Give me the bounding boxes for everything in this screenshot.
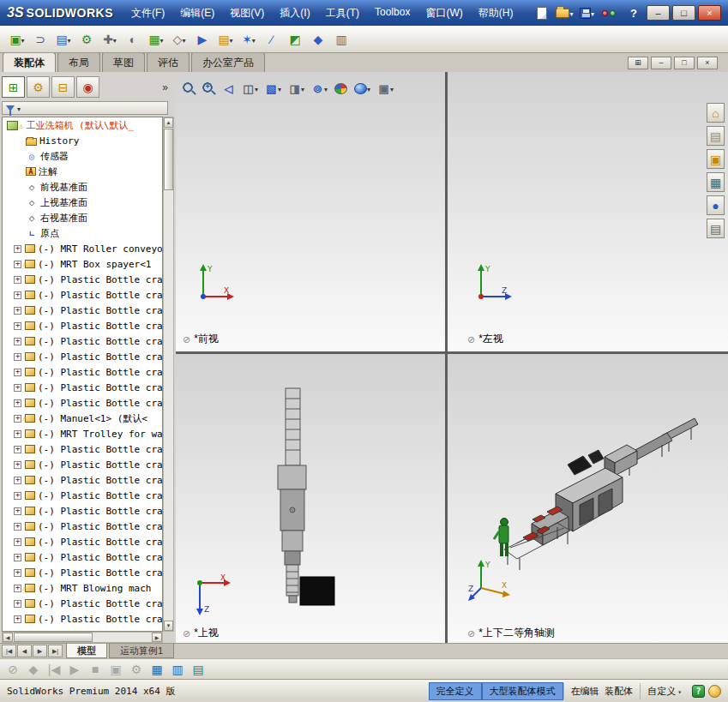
tree-component-row[interactable]: (-) MRT Trolley for was — [3, 426, 162, 441]
expand-icon[interactable] — [14, 291, 21, 299]
menu-item[interactable]: 插入(I) — [272, 2, 317, 25]
tree-item-row[interactable]: History — [3, 133, 162, 148]
menu-item[interactable]: 窗口(W) — [418, 2, 470, 25]
exploded-view-button[interactable]: ✶ — [238, 28, 259, 51]
viewport-front[interactable] — [176, 72, 445, 351]
motion-stop-button[interactable]: ■ — [87, 661, 104, 678]
new-motion-study-button[interactable]: ▶ — [192, 28, 213, 51]
section-view-button[interactable]: ◫ — [239, 81, 261, 97]
tree-component-row[interactable]: (-) Plastic Bottle crat — [3, 441, 162, 457]
motion-rewind-button[interactable]: |◀ — [45, 661, 63, 678]
menu-item[interactable]: 帮助(H) — [471, 2, 521, 25]
sheet-nav-button[interactable]: |◀ — [2, 645, 16, 657]
featuremanager-design-tree-tab[interactable]: ⊞ — [2, 76, 25, 98]
instant3d-button[interactable]: ◆ — [308, 28, 328, 51]
constraint-status[interactable]: 完全定义 — [429, 682, 482, 700]
tree-component-row[interactable]: (-) Plastic Bottle crat — [3, 380, 162, 395]
motion-save-animation-button[interactable]: ▣ — [107, 661, 124, 678]
edit-appearance-button[interactable] — [332, 81, 350, 96]
study-tab[interactable]: 运动算例1 — [109, 644, 174, 658]
tree-component-row[interactable]: (-) Plastic Bottle crat — [3, 349, 162, 364]
display-style-button[interactable]: ◨ — [286, 81, 307, 97]
sheet-nav-button[interactable]: ▶ — [33, 645, 47, 657]
design-library-button[interactable]: ▤ — [707, 126, 725, 146]
apply-scene-button[interactable] — [352, 81, 373, 96]
expand-icon[interactable] — [14, 353, 21, 361]
expand-icon[interactable] — [14, 523, 21, 531]
appearances-scenes-button[interactable]: ● — [707, 195, 725, 215]
linear-component-pattern-button[interactable]: ▤ — [53, 28, 74, 51]
command-tab[interactable]: 布局 — [57, 52, 100, 72]
filter-bar[interactable] — [2, 101, 168, 115]
close-document-button[interactable]: × — [697, 57, 718, 69]
tree-vertical-scrollbar[interactable] — [163, 117, 174, 632]
open-button[interactable] — [555, 3, 574, 22]
tree-component-row[interactable]: (-) MRT Box spayer<1 — [3, 256, 162, 272]
tree-component-row[interactable]: (-) Plastic Bottle crat — [3, 596, 162, 611]
tree-component-row[interactable]: (-) Plastic Bottle crat — [3, 457, 162, 472]
restore-document-button[interactable]: □ — [674, 57, 695, 69]
expand-icon[interactable] — [14, 245, 21, 253]
results-chart-button[interactable]: ▤ — [190, 661, 207, 678]
tree-component-row[interactable]: (-) MRT Blowing mach — [3, 580, 162, 596]
expand-icon[interactable] — [14, 569, 21, 577]
tree-component-row[interactable]: (-) Plastic Bottle crat — [3, 303, 162, 318]
tree-component-row[interactable]: (-) Plastic Bottle crat — [3, 565, 162, 580]
minimize-button[interactable]: – — [647, 5, 670, 21]
tree-component-row[interactable]: (-) MRT Roller conveyor — [3, 241, 162, 256]
tree-component-row[interactable]: (-) Plastic Bottle crat — [3, 364, 162, 380]
scroll-up-icon[interactable] — [164, 117, 173, 128]
tree-horizontal-scrollbar[interactable] — [2, 632, 163, 643]
tree-item-row[interactable]: 传感器 — [3, 148, 162, 164]
save-button[interactable] — [577, 3, 596, 22]
previous-view-button[interactable]: ◁ — [220, 81, 238, 97]
expand-icon[interactable] — [14, 446, 21, 453]
options-button[interactable] — [599, 3, 618, 22]
expand-icon[interactable] — [14, 415, 21, 423]
expand-icon[interactable] — [14, 507, 21, 515]
tree-component-row[interactable]: (-) Plastic Bottle crat — [3, 287, 162, 303]
split-viewport-button[interactable]: ▦ — [148, 661, 165, 678]
tree-component-row[interactable]: (-) Plastic Bottle crat — [3, 503, 162, 519]
motion-properties-button[interactable]: ⚙ — [128, 661, 145, 678]
show-hidden-components-button[interactable]: ◐ — [123, 28, 143, 51]
explode-line-sketch-button[interactable]: ∕ — [262, 28, 282, 51]
close-button[interactable]: × — [698, 5, 721, 21]
zoom-to-fit-button[interactable] — [180, 81, 198, 97]
propertymanager-tab[interactable]: ⚙ — [27, 76, 50, 98]
scrollbar-thumb[interactable] — [14, 633, 93, 642]
motion-play-button[interactable]: ▶ — [66, 661, 83, 678]
menu-item[interactable]: 编辑(E) — [172, 2, 222, 25]
tree-component-row[interactable]: (-) Plastic Bottle crat — [3, 333, 162, 349]
tree-component-row[interactable]: (-) Plastic Bottle crat — [3, 519, 162, 534]
command-tab[interactable]: 评估 — [147, 52, 190, 72]
viewport-left[interactable] — [448, 72, 728, 351]
tree-component-row[interactable]: (-) Manuel<1> (默认< — [3, 411, 162, 426]
large-assembly-mode-button[interactable]: ▥ — [331, 28, 352, 51]
study-tab[interactable]: 模型 — [66, 644, 107, 658]
expand-icon[interactable] — [14, 261, 21, 268]
expand-icon[interactable] — [14, 369, 21, 376]
expand-icon[interactable] — [14, 615, 21, 623]
tree-item-row[interactable]: 右视基准面 — [3, 210, 162, 225]
large-assembly-mode-status[interactable]: 大型装配体模式 — [482, 682, 563, 700]
expand-icon[interactable] — [14, 430, 21, 438]
expand-icon[interactable] — [14, 338, 21, 345]
tree-component-row[interactable]: (-) Plastic Bottle crat — [3, 611, 162, 627]
view-orientation-button[interactable]: ▧ — [262, 81, 284, 97]
command-tab[interactable]: 装配体 — [3, 52, 56, 72]
configurationmanager-tab[interactable]: ⊟ — [51, 76, 75, 98]
command-tab[interactable]: 草图 — [102, 52, 145, 72]
expand-icon[interactable] — [14, 538, 21, 546]
help-sphere-icon[interactable] — [708, 685, 721, 698]
expand-icon[interactable] — [14, 600, 21, 608]
tree-item-row[interactable]: 前视基准面 — [3, 179, 162, 195]
expand-icon[interactable] — [14, 554, 21, 561]
reference-geometry-button[interactable]: ◇ — [169, 28, 190, 51]
sc;rollbar-thumb[interactable] — [164, 129, 173, 190]
tree-item-row[interactable]: 上视基准面 — [3, 195, 162, 210]
expand-icon[interactable] — [14, 276, 21, 284]
expand-icon[interactable] — [14, 585, 21, 592]
view-settings-button[interactable]: ▣ — [375, 81, 396, 97]
tree-root-row[interactable]: 工业洗箱机 (默认\默认_ — [3, 117, 162, 133]
